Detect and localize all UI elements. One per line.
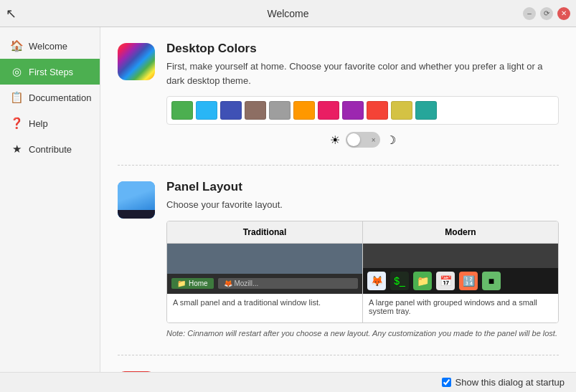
sidebar-item-label: Welcome [29,41,67,52]
sidebar-item-contribute[interactable]: ★ Contribute [0,136,100,162]
swatch-blue-light[interactable] [196,101,217,120]
panel-icon-inner [118,181,155,219]
sidebar: 🏠 Welcome ◎ First Steps 📋 Documentation … [0,27,100,372]
help-icon: ❓ [10,117,23,130]
docs-icon: 📋 [10,91,23,104]
folder-icon: 📁 [177,279,186,287]
moon-icon: ☽ [386,133,396,147]
sidebar-item-label: Contribute [29,144,72,155]
swatch-grey[interactable] [269,101,291,120]
firefox-icon: 🦊 [224,279,232,287]
layout-modern-preview: 🦊 $_ 📁 📅 🔢 ■ [363,244,558,294]
modern-panel-bar: 🦊 $_ 📁 📅 🔢 ■ [363,268,558,294]
mod-calendar-icon: 📅 [436,272,455,290]
main-layout: 🏠 Welcome ◎ First Steps 📋 Documentation … [0,27,576,372]
layout-traditional[interactable]: Traditional 📁 Home 🦊 Mozill... [167,221,362,322]
sidebar-item-help[interactable]: ❓ Help [0,110,100,136]
layout-traditional-desc: A small panel and a traditional window l… [167,294,362,322]
desktop-colors-section: Desktop Colors First, make yourself at h… [118,42,559,148]
panel-icon [118,181,155,219]
cursor-icon: ↖ [6,6,16,21]
mod-calc-icon: 🔢 [459,272,478,290]
swatch-pink[interactable] [318,101,339,120]
mod-green-icon: ■ [482,272,501,290]
close-button[interactable]: ✕ [557,7,570,20]
desktop-colors-body: Desktop Colors First, make yourself at h… [166,42,559,148]
color-swatches [166,96,559,125]
panel-layout-section: Panel Layout Choose your favorite layout… [118,180,559,338]
swatch-orange[interactable] [293,101,315,120]
swatch-brown[interactable] [245,101,266,120]
sidebar-item-label: Help [29,118,48,129]
trad-home-btn: 📁 Home [171,278,214,289]
toggle-thumb [347,133,360,146]
swatch-indigo[interactable] [220,101,242,120]
mod-terminal-icon: $_ [390,272,409,290]
home-label: Home [189,279,208,287]
sidebar-item-documentation[interactable]: 📋 Documentation [0,85,100,110]
restore-button[interactable]: ⟳ [540,7,553,20]
section-divider-2 [118,355,559,355]
layout-modern-desc: A large panel with grouped windows and a… [363,294,558,322]
mod-files-icon: 📁 [413,272,432,290]
titlebar: ↖ Welcome – ⟳ ✕ [0,0,576,27]
panel-layouts: Traditional 📁 Home 🦊 Mozill... [166,221,559,323]
home-icon: 🏠 [10,39,23,52]
sidebar-item-label: First Steps [29,67,73,77]
minimize-button[interactable]: – [523,7,536,20]
toggle-x: × [372,136,376,144]
startup-checkbox[interactable] [442,378,451,387]
first-steps-icon: ◎ [10,65,23,78]
swatch-gold[interactable] [391,101,412,120]
sidebar-item-label: Documentation [29,92,91,103]
swatch-green[interactable] [171,101,193,120]
panel-layout-body: Panel Layout Choose your favorite layout… [166,180,559,338]
swatch-purple[interactable] [342,101,364,120]
window-title: Welcome [267,8,308,19]
colors-icon [118,43,155,80]
layout-traditional-header: Traditional [167,221,362,244]
swatch-teal[interactable] [415,101,437,120]
star-icon: ★ [10,143,23,156]
layout-traditional-preview: 📁 Home 🦊 Mozill... [167,244,362,294]
swatch-red[interactable] [367,101,388,120]
sun-icon: ☀ [330,133,340,147]
mod-firefox-icon: 🦊 [367,272,386,290]
panel-layout-note: Note: Cinnamon will restart after you ch… [166,329,559,338]
layout-modern-header: Modern [363,221,558,244]
panel-layout-title: Panel Layout [166,180,559,194]
startup-checkbox-text: Show this dialog at startup [455,377,565,388]
startup-checkbox-label[interactable]: Show this dialog at startup [442,377,565,388]
content-area: Desktop Colors First, make yourself at h… [100,27,576,372]
window-controls: – ⟳ ✕ [523,7,570,20]
section-divider-1 [118,165,559,166]
theme-toggle-track[interactable]: × [346,132,380,148]
traditional-panel-bar: 📁 Home 🦊 Mozill... [167,274,362,294]
panel-icon-bar [118,210,155,219]
desktop-colors-title: Desktop Colors [166,42,559,56]
sidebar-item-first-steps[interactable]: ◎ First Steps [0,59,100,85]
layout-modern[interactable]: Modern 🦊 $_ 📁 📅 🔢 ■ A large pane [362,221,558,322]
desktop-colors-desc: First, make yourself at home. Choose you… [166,59,559,87]
bottom-bar: Show this dialog at startup [0,372,576,392]
theme-toggle: ☀ × ☽ [166,132,559,148]
trad-window-item: 🦊 Mozill... [218,278,358,289]
panel-layout-desc: Choose your favorite layout. [166,198,559,212]
sidebar-item-welcome[interactable]: 🏠 Welcome [0,33,100,59]
